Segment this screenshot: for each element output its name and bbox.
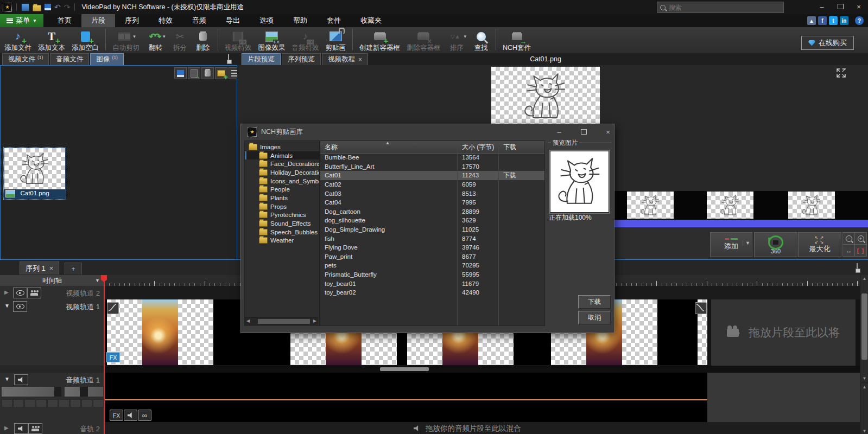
toolbar-button[interactable]: 删除 bbox=[192, 27, 214, 53]
facebook-icon[interactable]: f bbox=[818, 16, 827, 25]
tree-hscrollbar[interactable]: ◀ ▶ bbox=[245, 317, 318, 325]
toolbar-button[interactable]: 剪贴画 bbox=[322, 27, 350, 53]
hscrollbar-thumb[interactable] bbox=[380, 367, 429, 371]
export-media-icon[interactable] bbox=[188, 67, 200, 79]
dialog-maximize-button[interactable] bbox=[575, 126, 592, 137]
chevron-down-icon[interactable]: ▼ bbox=[743, 240, 750, 246]
menu-item[interactable]: 片段 bbox=[81, 14, 115, 27]
menu-item[interactable]: 选项 bbox=[250, 14, 283, 27]
clipart-row[interactable]: Dog_cartoon 28899 bbox=[320, 207, 544, 216]
clipart-row[interactable]: Paw_print 8677 bbox=[320, 252, 544, 261]
toolbar-button[interactable]: 拆分 bbox=[169, 27, 192, 53]
linkedin-icon[interactable]: in bbox=[840, 16, 848, 25]
toolbar-button[interactable]: 查找 bbox=[470, 27, 492, 53]
search-box[interactable] bbox=[657, 2, 784, 13]
clipart-row[interactable]: Cat02 6059 bbox=[320, 180, 544, 189]
expand-icon[interactable]: ▶ bbox=[4, 425, 9, 431]
menu-item[interactable]: 收藏夹 bbox=[351, 14, 391, 27]
toolbar-button[interactable]: 添加文件 bbox=[1, 27, 35, 53]
toolbar-button[interactable]: ▾ 排序 bbox=[444, 27, 470, 53]
timeline-hscrollbar[interactable] bbox=[104, 366, 860, 373]
clipart-row[interactable]: Cat03 8513 bbox=[320, 189, 544, 198]
toolbar-button[interactable]: ▾ 自动剪切 bbox=[109, 27, 143, 53]
clipart-row[interactable]: Cat04 7995 bbox=[320, 198, 544, 207]
add-to-sequence-button[interactable]: 添加 ▼ bbox=[710, 232, 752, 257]
video-drop-zone[interactable]: 拖放片段至此以将 bbox=[711, 299, 856, 366]
fade-in-icon[interactable] bbox=[107, 302, 119, 314]
toolbar-button[interactable]: ▾ 翻转 bbox=[143, 27, 169, 53]
help-icon[interactable]: ? bbox=[855, 16, 864, 25]
media-tab[interactable]: 视频文件 (1) bbox=[2, 53, 49, 65]
track-mute-icon[interactable] bbox=[14, 374, 28, 385]
scrollbar-thumb[interactable] bbox=[258, 319, 310, 324]
menu-item[interactable]: 套件 bbox=[317, 14, 351, 27]
preview-360-button[interactable]: 360 bbox=[754, 232, 797, 257]
window-maximize-button[interactable] bbox=[831, 0, 850, 13]
toolbar-button[interactable]: 视频特效 bbox=[221, 27, 255, 53]
clip-fx-badge[interactable]: FX bbox=[106, 352, 120, 362]
audio-clip[interactable]: FX ∞ bbox=[105, 373, 707, 422]
menu-item[interactable]: 序列 bbox=[115, 14, 149, 27]
media-tab[interactable]: 音频文件 bbox=[50, 53, 89, 65]
new-project-icon[interactable] bbox=[21, 3, 29, 11]
window-close-button[interactable]: × bbox=[850, 0, 868, 13]
tree-folder[interactable]: Props bbox=[245, 202, 319, 211]
clipart-row[interactable]: Dog_Simple_Drawing 11025 bbox=[320, 225, 544, 234]
toolbar-button[interactable]: 创建新容器框 bbox=[356, 27, 403, 53]
column-download[interactable]: 下载 bbox=[499, 141, 544, 153]
media-tab[interactable]: 图像 (1) bbox=[90, 53, 123, 65]
pan-slider[interactable] bbox=[65, 387, 103, 397]
menu-item[interactable]: 音频 bbox=[182, 14, 216, 27]
trim-region-icon[interactable]: [ ] bbox=[854, 244, 867, 257]
save-project-icon[interactable] bbox=[45, 4, 51, 10]
clipart-row[interactable]: Flying Dove 39746 bbox=[320, 243, 544, 252]
clipart-row[interactable]: Bumble-Bee 13564 bbox=[320, 153, 544, 162]
twitter-icon[interactable]: t bbox=[829, 16, 838, 25]
tree-folder[interactable]: Sound_Effects bbox=[245, 219, 319, 228]
add-sequence-tab[interactable]: + bbox=[65, 263, 82, 275]
clipart-row[interactable]: Cat01 11243 下载 bbox=[320, 171, 544, 180]
toolbar-button[interactable]: NCH套件 bbox=[499, 27, 534, 53]
main-menu-button[interactable]: 菜单 ▼ bbox=[0, 14, 43, 27]
undock-panel-icon[interactable] bbox=[228, 54, 229, 63]
toolbar-button[interactable]: 添加空白 bbox=[68, 27, 102, 53]
sequence-tab[interactable]: 序列 1 × bbox=[20, 261, 59, 275]
vscrollbar-thumb[interactable] bbox=[861, 293, 867, 360]
clipart-row[interactable]: dog_silhouette 3629 bbox=[320, 216, 544, 225]
dialog-minimize-button[interactable]: – bbox=[551, 126, 567, 137]
clipart-row[interactable]: fish 8774 bbox=[320, 234, 544, 243]
preview-tab[interactable]: 片段预览 bbox=[242, 53, 281, 65]
clipart-row[interactable]: toy_bear01 11679 bbox=[320, 279, 544, 288]
tree-folder[interactable]: Pyrotechnics bbox=[245, 211, 319, 220]
timeline-axis-header[interactable]: 时间轴 ▼ bbox=[0, 275, 105, 286]
audio-mute-badge[interactable] bbox=[124, 410, 137, 421]
track-visibility-icon[interactable] bbox=[13, 301, 27, 312]
tree-folder[interactable]: Holiday_Decorations bbox=[245, 168, 319, 177]
menu-item[interactable]: 特效 bbox=[149, 14, 182, 27]
tree-folder[interactable]: Plants bbox=[245, 194, 319, 202]
dialog-close-button[interactable]: × bbox=[600, 126, 616, 137]
undock-panel-icon[interactable] bbox=[857, 263, 858, 272]
collapse-icon[interactable]: ▼ bbox=[4, 376, 10, 382]
undo-icon[interactable]: ↶ bbox=[54, 4, 61, 10]
zoom-out-icon[interactable]: − bbox=[842, 232, 855, 245]
clipart-row[interactable]: pets 70295 bbox=[320, 261, 544, 270]
tree-folder[interactable]: People bbox=[245, 185, 319, 194]
fullscreen-icon[interactable] bbox=[837, 68, 846, 78]
buy-online-button[interactable]: 在线购买 bbox=[801, 36, 854, 50]
clipart-row[interactable]: Prismatic_Butterfly 55995 bbox=[320, 270, 544, 279]
window-minimize-button[interactable]: – bbox=[813, 0, 831, 13]
scroll-right-icon[interactable]: ▶ bbox=[313, 318, 316, 323]
toolbar-button[interactable]: 添加文本 bbox=[35, 27, 68, 53]
tree-folder[interactable]: Speech_Bubbles bbox=[245, 228, 319, 237]
menu-item[interactable]: 帮助 bbox=[283, 14, 317, 27]
redo-icon[interactable]: ↷ bbox=[64, 4, 71, 10]
toolbar-button[interactable]: 图像效果 bbox=[255, 27, 289, 53]
fit-width-icon[interactable]: ↔ bbox=[842, 244, 855, 257]
audio-link-badge[interactable]: ∞ bbox=[138, 410, 151, 421]
search-input[interactable] bbox=[668, 3, 768, 12]
dialog-title-bar[interactable]: ★ NCH剪贴画库 – × bbox=[241, 124, 620, 139]
tree-folder[interactable]: Weather bbox=[245, 237, 319, 245]
tree-folder[interactable]: Animals bbox=[245, 151, 319, 160]
fade-out-icon[interactable] bbox=[695, 302, 707, 314]
